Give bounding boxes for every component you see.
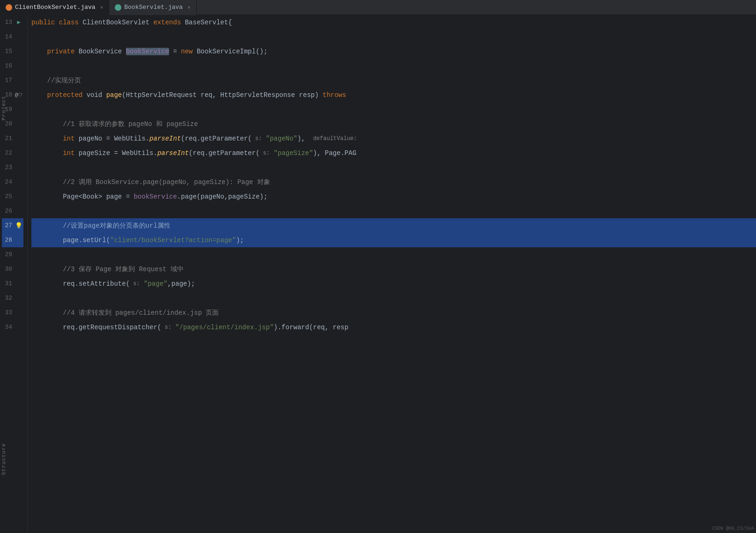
tab-icon-client <box>6 4 12 11</box>
code-line-31: req.setAttribute( s: "page" ,page); <box>31 276 756 291</box>
code-area: public class ClientBookServlet extends B… <box>28 15 756 533</box>
line-num-28: 28 <box>2 237 14 244</box>
gutter-row-21: 21 <box>2 131 23 146</box>
shield-icon-18: 🛡 <box>18 92 22 98</box>
token-22-2: pageSize = WebUtils. <box>74 149 157 157</box>
token-22-1: int <box>63 149 74 157</box>
token-18-3: page <box>106 91 122 99</box>
token-18-5: throws <box>323 91 346 99</box>
token-24-1: //2 调用 BookService.page(pageNo, pageSize… <box>31 178 270 186</box>
tab-close-book[interactable]: ✕ <box>187 4 191 10</box>
code-line-30: //3 保存 Page 对象到 Request 域中 <box>31 262 756 276</box>
code-line-16 <box>31 59 756 73</box>
token-13-3: extends <box>153 19 181 26</box>
token-21-0 <box>31 135 63 142</box>
gutter-icon-13: ▶ <box>14 19 23 26</box>
line-num-32: 32 <box>2 295 14 302</box>
code-line-29 <box>31 247 756 262</box>
gutter-row-29: 29 <box>2 247 23 262</box>
token-13-2: ClientBookServlet <box>79 19 154 26</box>
token-22-8: PAG <box>345 149 356 157</box>
gutter-row-33: 33 <box>2 305 23 320</box>
code-line-13: public class ClientBookServlet extends B… <box>31 15 756 30</box>
line-num-14: 14 <box>2 33 14 40</box>
token-22-0 <box>31 149 63 157</box>
token-22-4: (req.getParameter( <box>189 149 259 157</box>
bulb-icon-27[interactable]: 💡 <box>15 222 22 229</box>
token-21-4: (req.getParameter( <box>181 135 252 142</box>
token-22-3: parseInt <box>157 149 189 157</box>
at-icon-18: @ <box>15 92 18 98</box>
gutter-row-26: 26 <box>2 204 23 218</box>
editor-area: 13 ▶ 14 15 16 17 18 @ <box>0 15 756 533</box>
gutter-row-17: 17 <box>2 73 23 88</box>
line-num-30: 30 <box>2 266 14 273</box>
token-17-1: //实现分页 <box>31 76 81 85</box>
token-15-6: BookServiceImpl(); <box>193 48 268 55</box>
line-num-22: 22 <box>2 149 14 156</box>
token-21-1: int <box>63 135 74 142</box>
token-25-2: .page(pageNo,pageSize); <box>177 193 267 200</box>
line-num-17: 17 <box>2 77 14 84</box>
line-num-33: 33 <box>2 309 14 316</box>
token-15-0 <box>31 48 47 55</box>
code-line-27: //设置page对象的分页条的url属性 <box>31 218 756 233</box>
code-line-20: //1 获取请求的参数 pageNo 和 pageSize <box>31 117 756 131</box>
token-15-2: BookService <box>74 48 126 55</box>
code-line-22: int pageSize = WebUtils. parseInt (req.g… <box>31 146 756 160</box>
token-18-4: (HttpServletRequest req, HttpServletResp… <box>122 91 322 99</box>
token-28-2: ); <box>236 237 244 244</box>
gutter-row-28: 28 <box>2 233 23 247</box>
code-line-34: req.getRequestDispatcher( s: "/pages/cli… <box>31 320 756 334</box>
code-line-18: protected void page (HttpServletRequest … <box>31 88 756 102</box>
line-num-31: 31 <box>2 280 14 287</box>
code-line-19 <box>31 102 756 117</box>
token-25-1: bookService <box>133 193 177 200</box>
gutter-row-32: 32 <box>2 291 23 305</box>
token-34-1: s: <box>161 324 171 331</box>
gutter-row-27: 27 💡 <box>2 218 23 233</box>
gutter-icon-18: @ 🛡 <box>14 92 23 98</box>
project-side-label: Project <box>0 94 7 122</box>
gutter-row-31: 31 <box>2 276 23 291</box>
token-28-0: page.setUrl( <box>31 237 110 244</box>
run-icon-13[interactable]: ▶ <box>17 19 20 26</box>
gutter-row-16: 16 <box>2 59 23 73</box>
gutter-row-30: 30 <box>2 262 23 276</box>
token-25-0: Page<Book> page = <box>31 193 133 200</box>
code-line-25: Page<Book> page = bookService .page(page… <box>31 189 756 204</box>
token-21-7: ), <box>297 135 313 142</box>
line-num-29: 29 <box>2 251 14 258</box>
token-21-3: parseInt <box>149 135 181 142</box>
line-num-23: 23 <box>2 164 14 171</box>
token-13-1: public class <box>31 19 79 26</box>
tab-book-servlet[interactable]: BookServlet.java ✕ <box>109 0 196 15</box>
token-15-5: new <box>181 48 193 55</box>
token-27-1: //设置page对象的分页条的url属性 <box>31 222 170 230</box>
gutter-row-23: 23 <box>2 160 23 175</box>
token-22-7: ), Page. <box>313 149 344 157</box>
code-line-15: private BookService bookService = new Bo… <box>31 44 756 59</box>
gutter-row-24: 24 <box>2 175 23 189</box>
structure-side-label: Structure <box>0 441 7 477</box>
tab-label-book: BookServlet.java <box>124 4 183 11</box>
line-num-27: 27 <box>2 222 14 229</box>
tab-icon-book <box>115 4 121 11</box>
token-21-8: defaultValue: <box>313 135 357 142</box>
tab-close-client[interactable]: ✕ <box>100 4 104 10</box>
token-21-2: pageNo = WebUtils. <box>74 135 149 142</box>
line-num-34: 34 <box>2 324 14 331</box>
gutter-row-25: 25 <box>2 189 23 204</box>
tab-label-client: ClientBookServlet.java <box>15 4 96 11</box>
gutter-row-22: 22 <box>2 146 23 160</box>
line-num-24: 24 <box>2 178 14 185</box>
token-22-6: "pageSize" <box>270 149 313 157</box>
token-34-0: req.getRequestDispatcher( <box>31 324 161 331</box>
gutter-icon-27: 💡 <box>14 222 23 229</box>
line-num-16: 16 <box>2 62 14 69</box>
tab-client-book-servlet[interactable]: ClientBookServlet.java ✕ <box>0 0 109 15</box>
token-18-0 <box>31 91 47 99</box>
gutter-row-14: 14 <box>2 30 23 44</box>
token-22-5: s: <box>259 150 270 156</box>
token-13-4: BaseServlet{ <box>181 19 232 26</box>
